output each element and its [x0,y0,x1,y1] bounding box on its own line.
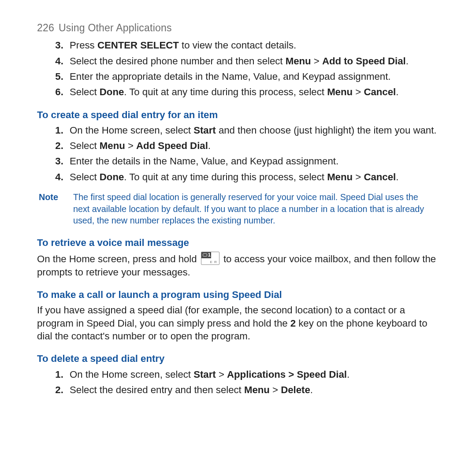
page-number: 226 [37,22,54,33]
chapter-title: Using Other Applications [59,22,172,33]
create-steps-list: On the Home screen, select Start and the… [37,124,439,183]
retrieve-paragraph: On the Home screen, press and hold 1E R … [37,252,439,279]
continued-steps-list: Press CENTER SELECT to view the contact … [37,39,439,98]
list-item: Enter the appropriate details in the Nam… [66,70,439,83]
heading-make-call: To make a call or launch a program using… [37,288,439,301]
heading-delete-entry: To delete a speed dial entry [37,352,439,365]
list-item: Enter the details in the Name, Value, an… [66,155,439,167]
heading-create-speed-dial: To create a speed dial entry for an item [37,108,439,121]
list-item: On the Home screen, select Start and the… [66,124,439,137]
voicemail-key-icon: 1E R [201,252,219,265]
heading-retrieve-voicemail: To retrieve a voice mail message [37,236,439,249]
list-item: On the Home screen, select Start > Appli… [66,368,439,381]
list-item: Select Menu > Add Speed Dial. [66,139,439,152]
list-item: Select the desired entry and then select… [66,383,439,396]
list-item: Select Done. To quit at any time during … [66,86,439,98]
call-paragraph: If you have assigned a speed dial (for e… [37,304,439,342]
note-block: Note The first speed dial location is ge… [37,191,439,227]
list-item: Select Done. To quit at any time during … [66,171,439,183]
list-item: Press CENTER SELECT to view the contact … [66,39,439,52]
page-header: 226Using Other Applications [37,21,439,34]
note-body: The first speed dial location is general… [73,191,439,227]
note-label: Note [37,191,58,227]
delete-steps-list: On the Home screen, select Start > Appli… [37,368,439,397]
list-item: Select the desired phone number and then… [66,55,439,67]
manual-page: 226Using Other Applications Press CENTER… [0,0,476,396]
